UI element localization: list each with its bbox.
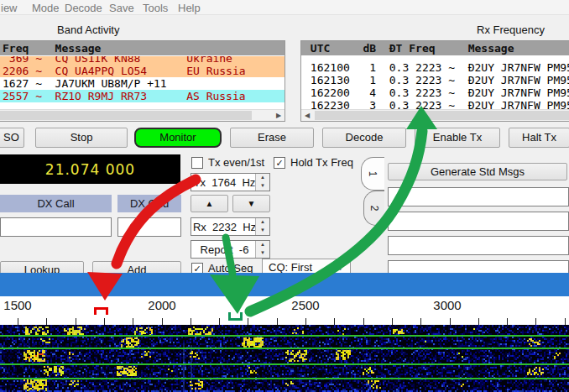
report-spinner[interactable]: Report -6 ▲▼ — [191, 240, 270, 259]
tx-up-button[interactable]: ▲ — [191, 195, 228, 212]
decode-button[interactable]: Decode — [322, 128, 406, 148]
rx-frequency-header: UTC dB ĐT Freq Message — [301, 41, 569, 56]
scale-tick — [277, 318, 278, 325]
stop-button[interactable]: Stop — [35, 128, 128, 148]
scroll-right-icon[interactable]: ▶ — [273, 110, 284, 121]
rx-frequency-title: Rx Frequency — [477, 24, 545, 36]
scale-tick — [565, 318, 566, 325]
band-activity-header: Freq Message — [0, 41, 284, 56]
rx-frequency-body: 162100 1 0.3 2223 ~ Đ2UY JR7NFW PM95 162… — [301, 56, 569, 115]
scale-tick — [507, 318, 508, 325]
checkbox-label: Hold Tx Freq — [290, 156, 353, 169]
rx-frequency-table: UTC dB ĐT Freq Message 162100 1 0.3 2223… — [300, 40, 569, 122]
scale-tick — [104, 318, 105, 325]
decode-row[interactable]: 2557 ~ RZ1O R9MJ RR73 AS Russia — [0, 90, 284, 102]
scale-tick — [392, 318, 393, 325]
scale-tick — [248, 318, 248, 325]
rx-frequency-spinner[interactable]: Rx 2232 Hz ▲▼ — [191, 217, 270, 236]
dx-grid-input[interactable] — [117, 217, 181, 237]
scale-tick — [18, 318, 18, 325]
dx-call-input[interactable] — [0, 217, 112, 237]
band-activity-hscrollbar[interactable]: ▶ — [0, 109, 284, 121]
menu-bar: iew Mode Decode Save Tools Help — [0, 0, 569, 15]
tx-message-3-input[interactable] — [388, 236, 569, 255]
band-activity-table: Freq Message 369 ~ CQ US1IK KN88 Ukraine… — [0, 40, 285, 122]
menu-view[interactable]: iew — [1, 2, 18, 14]
spinner-arrows-icon[interactable]: ▲▼ — [255, 174, 269, 191]
spinner-arrows-icon[interactable]: ▲▼ — [255, 241, 269, 258]
cq-first-value: CQ: First — [269, 261, 312, 274]
menu-decode[interactable]: Decode — [65, 2, 102, 14]
scale-label: 2500 — [291, 298, 319, 312]
tx-message-1-input[interactable] — [388, 187, 569, 206]
scale-label: 1500 — [3, 298, 31, 312]
scale-tick — [305, 318, 306, 325]
tab-2-label: 2 — [368, 206, 380, 212]
scale-tick — [478, 318, 479, 325]
tx-frequency-marker — [94, 307, 108, 315]
hold-tx-freq-checkbox[interactable]: ✓ Hold Tx Freq — [274, 156, 353, 169]
scale-tick — [420, 318, 421, 325]
checkbox-label: Tx even/1st — [208, 156, 264, 169]
frequency-scale[interactable]: 1500200025003000 — [0, 296, 569, 325]
generate-std-msgs-button[interactable]: Generate Std Msgs — [388, 163, 567, 180]
scale-tick — [191, 318, 191, 325]
decode-row[interactable]: 162200 4 0.3 2223 ~ Đ2UY JR7NFW PM95 — [301, 86, 569, 99]
wide-graph-band — [0, 273, 569, 296]
scrollbar-thumb[interactable] — [315, 111, 569, 120]
frequency-display[interactable]: 21.074 000 — [0, 154, 180, 184]
decode-row[interactable]: 162100 1 0.3 2223 ~ Đ2UY JR7NFW PM95 — [301, 61, 569, 74]
spinner-arrows-icon[interactable]: ▲▼ — [255, 218, 269, 235]
menu-mode[interactable]: Mode — [32, 2, 60, 14]
decode-row[interactable]: 162130 1 0.3 2223 ~ Đ2UY JR7NFW PM95 — [301, 74, 569, 86]
log-qso-button[interactable]: SO — [0, 128, 24, 148]
scale-label: 2000 — [148, 298, 175, 312]
tx-message-2-input[interactable] — [388, 212, 569, 231]
decode-row[interactable]: 369 ~ CQ US1IK KN88 Ukraine — [0, 56, 284, 65]
scroll-left-icon[interactable]: ◀ — [301, 110, 313, 121]
menu-tools[interactable]: Tools — [143, 2, 168, 14]
tx-frequency-spinner[interactable]: Tx 1764 Hz ▲▼ — [191, 173, 270, 191]
dx-call-label: DX Call — [0, 195, 112, 212]
scale-tick — [162, 318, 163, 325]
tab-2[interactable]: 2 — [363, 191, 384, 226]
decode-row[interactable]: 2206 ~ CQ UA4PPQ LO54 EU Russia — [0, 65, 284, 77]
menu-help[interactable]: Help — [178, 2, 201, 14]
report-value: Report -6 — [201, 243, 249, 256]
waterfall-display[interactable] — [0, 325, 569, 392]
scale-tick — [133, 318, 133, 325]
tx-down-button[interactable]: ▼ — [232, 195, 270, 212]
scale-tick — [450, 318, 451, 325]
scale-tick — [334, 318, 335, 325]
tab-1[interactable]: 1 — [361, 157, 384, 191]
scale-label: 3000 — [433, 298, 461, 312]
checkbox-box[interactable] — [191, 157, 203, 169]
tx-frequency-value: Tx 1764 Hz — [194, 176, 256, 189]
decode-row[interactable]: 1627 ~ JA7UKM UB8M/P +11 — [0, 77, 284, 90]
scale-tick — [219, 318, 220, 325]
wsjtx-main-window: iew Mode Decode Save Tools Help Band Act… — [0, 0, 569, 392]
tx-even-checkbox[interactable]: Tx even/1st — [191, 156, 264, 169]
dx-grid-label: DX Grid — [117, 195, 181, 212]
menu-save[interactable]: Save — [109, 2, 134, 14]
scale-tick — [76, 318, 76, 325]
scale-tick — [535, 318, 536, 325]
erase-button[interactable]: Erase — [230, 128, 314, 148]
band-activity-title: Band Activity — [57, 24, 119, 36]
halt-tx-button[interactable]: Halt Tx — [509, 128, 569, 148]
checkbox-box[interactable]: ✓ — [274, 157, 285, 169]
tab-1-label: 1 — [368, 171, 379, 177]
rx-frequency-marker — [228, 312, 243, 321]
rx-frequency-value: Rx 2232 Hz — [193, 221, 256, 233]
scale-tick — [46, 318, 47, 325]
enable-tx-button[interactable]: Enable Tx — [415, 128, 500, 148]
band-activity-body: 369 ~ CQ US1IK KN88 Ukraine2206 ~ CQ UA4… — [0, 56, 284, 110]
scale-tick — [363, 318, 364, 325]
scrollbar-thumb[interactable] — [0, 111, 252, 120]
rx-frequency-hscrollbar[interactable]: ◀ — [301, 109, 569, 121]
monitor-button[interactable]: Monitor — [134, 128, 222, 148]
